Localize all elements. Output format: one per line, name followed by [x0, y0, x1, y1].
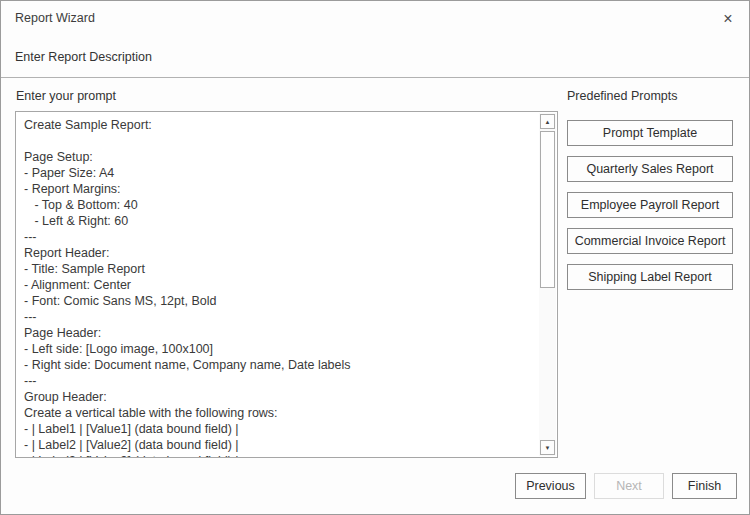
window-title: Report Wizard	[15, 11, 95, 25]
prompt-text[interactable]: Create Sample Report: Page Setup: - Pape…	[24, 117, 535, 457]
previous-button[interactable]: Previous	[515, 473, 586, 499]
employee-payroll-report-button[interactable]: Employee Payroll Report	[567, 192, 733, 218]
predefined-prompts-list: Prompt Template Quarterly Sales Report E…	[567, 120, 733, 290]
quarterly-sales-report-button[interactable]: Quarterly Sales Report	[567, 156, 733, 182]
report-wizard-dialog: Report Wizard × Enter Report Description…	[0, 0, 750, 515]
prompt-template-button[interactable]: Prompt Template	[567, 120, 733, 146]
finish-button[interactable]: Finish	[672, 473, 737, 499]
predefined-prompts-label: Predefined Prompts	[567, 89, 677, 103]
close-icon[interactable]: ×	[715, 7, 741, 31]
shipping-label-report-button[interactable]: Shipping Label Report	[567, 264, 733, 290]
prompt-label: Enter your prompt	[16, 89, 116, 103]
scroll-up-button[interactable]: ▲	[540, 114, 555, 129]
header-divider	[1, 77, 749, 78]
commercial-invoice-report-button[interactable]: Commercial Invoice Report	[567, 228, 733, 254]
next-button: Next	[594, 473, 664, 499]
scrollbar-thumb[interactable]	[540, 131, 555, 288]
prompt-textarea[interactable]: Create Sample Report: Page Setup: - Pape…	[15, 111, 558, 458]
scroll-down-icon: ▼	[545, 445, 551, 451]
wizard-step-title: Enter Report Description	[15, 50, 152, 64]
vertical-scrollbar[interactable]: ▲ ▼	[539, 113, 556, 456]
scroll-up-icon: ▲	[545, 119, 551, 125]
scroll-down-button[interactable]: ▼	[540, 440, 555, 455]
